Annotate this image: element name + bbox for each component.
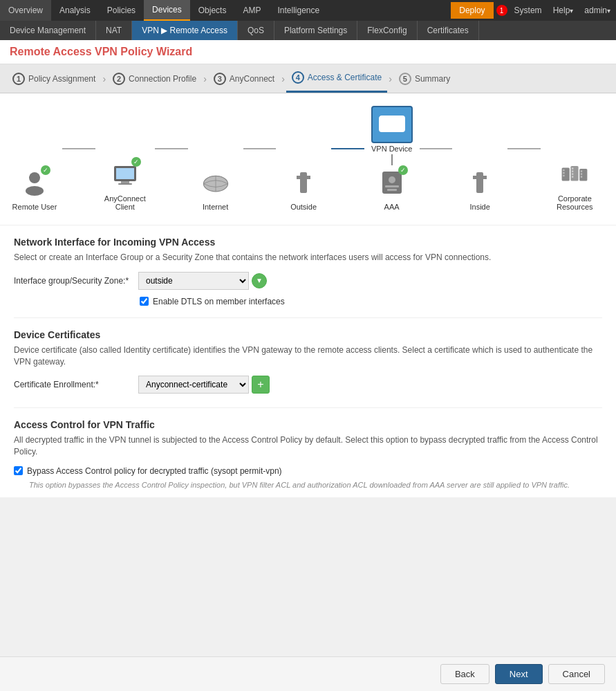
svg-rect-15 — [382, 119, 385, 121]
system-link[interactable]: System — [509, 6, 548, 15]
svg-point-24 — [389, 176, 395, 183]
nav-nat[interactable]: NAT — [96, 21, 132, 40]
vpn-device-icon — [375, 107, 409, 142]
arrow-2: › — [203, 73, 207, 84]
step-num-4: 4 — [292, 71, 304, 84]
nav-flexconfig[interactable]: FlexConfig — [357, 21, 417, 40]
svg-rect-28 — [473, 176, 476, 179]
main-content: ✓ Remote User ✓ — [0, 93, 616, 497]
svg-rect-25 — [385, 185, 399, 187]
second-nav: Device Management NAT VPN ▶ Remote Acces… — [0, 21, 616, 40]
step-num-1: 1 — [12, 73, 25, 85]
diag-aaa: ✓ AAA — [364, 165, 420, 211]
diag-corporate: Corporate Resources — [541, 157, 609, 211]
step-label-1: Policy Assignment — [28, 74, 95, 84]
svg-rect-37 — [572, 173, 573, 174]
dtls-checkbox[interactable] — [140, 297, 149, 306]
aaa-icon: ✓ — [375, 165, 409, 200]
network-interface-desc: Select or create an Interface Group or a… — [14, 252, 602, 264]
svg-rect-26 — [387, 189, 397, 191]
svg-rect-9 — [300, 172, 307, 193]
bypass-label[interactable]: Bypass Access Control policy for decrypt… — [27, 466, 282, 476]
interface-select[interactable]: outside inside dmz — [138, 272, 249, 290]
svg-point-1 — [26, 186, 44, 196]
step-label-5: Summary — [415, 74, 450, 84]
page-title: Remote Access VPN Policy Wizard — [0, 40, 616, 64]
top-nav: Overview Analysis Policies Devices Objec… — [0, 0, 616, 21]
svg-rect-33 — [563, 175, 565, 176]
cert-add-btn[interactable]: + — [252, 376, 270, 394]
wizard-step-3[interactable]: 3 AnyConnect — [208, 64, 280, 93]
cancel-button[interactable]: Cancel — [548, 664, 605, 684]
back-button[interactable]: Back — [440, 664, 489, 684]
svg-rect-19 — [382, 125, 385, 127]
svg-rect-16 — [386, 119, 389, 121]
svg-rect-13 — [380, 116, 404, 131]
svg-rect-18 — [395, 119, 398, 121]
nav-qos[interactable]: QoS — [238, 21, 274, 40]
connector-3 — [243, 148, 277, 149]
diagram-area: ✓ Remote User ✓ — [0, 93, 616, 225]
cert-label: Certificate Enrollment:* — [14, 380, 138, 389]
anyconnect-icon: ✓ — [108, 157, 142, 192]
check-badge-2: ✓ — [131, 157, 141, 167]
svg-point-0 — [29, 172, 40, 183]
svg-rect-31 — [563, 169, 565, 171]
device-certificates-section: Device Certificates Device certificate (… — [0, 318, 616, 408]
nav-platform-settings[interactable]: Platform Settings — [274, 21, 357, 40]
wizard-step-1[interactable]: 1 Policy Assignment — [7, 64, 101, 93]
svg-rect-29 — [483, 176, 487, 179]
aaa-check-badge: ✓ — [398, 165, 408, 175]
step-label-2: Connection Profile — [129, 74, 196, 84]
svg-rect-40 — [581, 170, 582, 172]
step-num-3: 3 — [214, 73, 226, 85]
nav-objects[interactable]: Objects — [190, 0, 235, 21]
deploy-button[interactable]: Deploy — [451, 2, 493, 19]
svg-rect-22 — [395, 125, 398, 127]
diag-outside: Outside — [276, 165, 331, 211]
nav-intelligence[interactable]: Intelligence — [269, 0, 328, 21]
outside-icon — [286, 165, 321, 200]
connector-2 — [155, 148, 188, 149]
nav-analysis[interactable]: Analysis — [51, 0, 99, 21]
arrow-1: › — [102, 73, 106, 84]
nav-devices[interactable]: Devices — [144, 0, 190, 21]
svg-rect-27 — [476, 172, 483, 193]
inside-icon — [463, 165, 497, 200]
svg-rect-11 — [307, 176, 310, 179]
nav-vpn-remote-access[interactable]: VPN ▶ Remote Access — [132, 21, 238, 40]
admin-menu[interactable]: admin▾ — [579, 6, 616, 15]
interface-label: Interface group/Security Zone:* — [14, 276, 138, 286]
access-control-section: Access Control for VPN Traffic All decry… — [0, 408, 616, 497]
dtls-checkbox-row: Enable DTLS on member interfaces — [140, 297, 602, 306]
connector-5 — [420, 148, 453, 149]
svg-rect-20 — [386, 125, 389, 127]
diag-vpn-group: VPN Device ✓ — [364, 107, 420, 211]
diag-vpn-device: VPN Device — [364, 107, 420, 153]
nav-device-management[interactable]: Device Management — [0, 21, 96, 40]
internet-label: Internet — [203, 203, 228, 211]
wizard-step-2[interactable]: 2 Connection Profile — [107, 64, 202, 93]
interface-dropdown-btn[interactable]: ▼ — [252, 273, 267, 288]
vpn-device-label: VPN Device — [371, 145, 412, 153]
bypass-checkbox[interactable] — [14, 466, 23, 475]
nav-certificates[interactable]: Certificates — [418, 21, 479, 40]
svg-rect-4 — [121, 181, 129, 183]
arrow-4: › — [389, 73, 392, 84]
nav-amp[interactable]: AMP — [234, 0, 269, 21]
step-num-2: 2 — [113, 73, 125, 85]
wizard-step-4[interactable]: 4 Access & Certificate — [286, 64, 387, 93]
inside-label: Inside — [469, 203, 489, 211]
diag-internet: Internet — [188, 165, 243, 211]
device-certs-desc: Device certificate (also called Identity… — [14, 344, 602, 368]
nav-policies[interactable]: Policies — [99, 0, 144, 21]
wizard-step-5[interactable]: 5 Summary — [393, 64, 456, 93]
next-button[interactable]: Next — [495, 664, 543, 684]
anyconnect-label: AnyConnect Client — [95, 194, 156, 211]
dtls-label[interactable]: Enable DTLS on member interfaces — [153, 297, 285, 306]
nav-overview[interactable]: Overview — [0, 0, 51, 21]
help-link[interactable]: Help▾ — [548, 6, 579, 15]
cert-select[interactable]: Anyconnect-certificate DefaultCertificat… — [138, 376, 249, 394]
network-interface-title: Network Interface for Incoming VPN Acces… — [14, 237, 602, 248]
outside-label: Outside — [290, 203, 317, 211]
